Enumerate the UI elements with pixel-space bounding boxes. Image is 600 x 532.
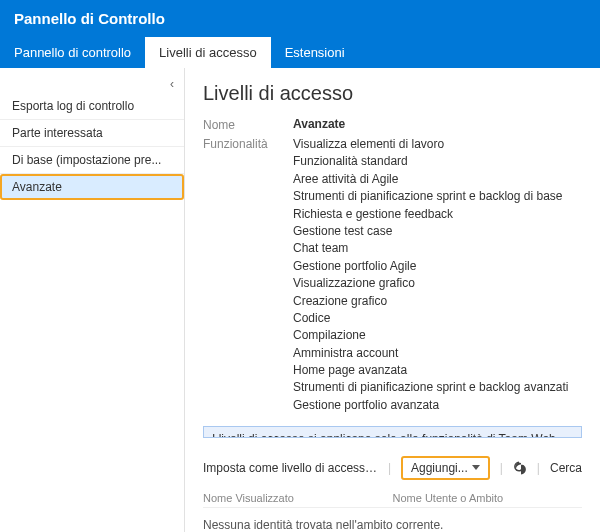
col-user-scope[interactable]: Nome Utente o Ambito (393, 492, 583, 504)
separator: | (537, 461, 540, 475)
name-value: Avanzate (293, 117, 582, 132)
feature-item: Codice (293, 310, 582, 327)
tab-access-levels[interactable]: Livelli di accesso (145, 37, 271, 68)
feature-item: Visualizza elementi di lavoro (293, 136, 582, 153)
collapse-sidebar-icon[interactable]: ‹ (0, 74, 184, 93)
name-label: Nome (203, 117, 293, 132)
sidebar-item-stakeholder[interactable]: Parte interessata (0, 120, 184, 147)
chevron-down-icon (472, 465, 480, 471)
feature-item: Amministra account (293, 345, 582, 362)
grid-header: Nome Visualizzato Nome Utente o Ambito (203, 492, 582, 508)
feature-item: Strumenti di pianificazione sprint e bac… (293, 188, 582, 205)
info-box: I livelli di accesso si applicano solo a… (203, 426, 582, 438)
feature-item: Strumenti di pianificazione sprint e bac… (293, 379, 582, 396)
add-button-label: Aggiungi... (411, 461, 468, 475)
page-heading: Livelli di accesso (203, 82, 582, 105)
feature-item: Aree attività di Agile (293, 171, 582, 188)
tab-bar: Pannello di controllo Livelli di accesso… (0, 37, 600, 68)
add-button[interactable]: Aggiungi... (401, 456, 490, 480)
col-displayed-name[interactable]: Nome Visualizzato (203, 492, 393, 504)
features-label: Funzionalità (203, 136, 293, 414)
feature-item: Funzionalità standard (293, 153, 582, 170)
feature-list: Visualizza elementi di lavoroFunzionalit… (293, 136, 582, 414)
feature-item: Gestione portfolio avanzata (293, 397, 582, 414)
grid-empty-message: Nessuna identità trovata nell'ambito cor… (203, 508, 582, 532)
feature-item: Home page avanzata (293, 362, 582, 379)
tab-extensions[interactable]: Estensioni (271, 37, 359, 68)
separator: | (500, 461, 503, 475)
sidebar-item-basic[interactable]: Di base (impostazione pre... (0, 147, 184, 174)
refresh-icon[interactable] (513, 461, 527, 475)
feature-item: Gestione portfolio Agile (293, 258, 582, 275)
sidebar: ‹ Esporta log di controllo Parte interes… (0, 68, 185, 532)
feature-item: Creazione grafico (293, 293, 582, 310)
feature-item: Visualizzazione grafico (293, 275, 582, 292)
sidebar-item-export-log[interactable]: Esporta log di controllo (0, 93, 184, 120)
separator: | (388, 461, 391, 475)
feature-item: Gestione test case (293, 223, 582, 240)
search-link[interactable]: Cerca (550, 461, 582, 475)
feature-item: Richiesta e gestione feedback (293, 206, 582, 223)
sidebar-item-advanced[interactable]: Avanzate (0, 174, 184, 200)
set-default-link[interactable]: Imposta come livello di accesso pre... (203, 461, 378, 475)
tab-control-panel[interactable]: Pannello di controllo (0, 37, 145, 68)
feature-item: Chat team (293, 240, 582, 257)
main-panel: Livelli di accesso Nome Avanzate Funzion… (185, 68, 600, 532)
app-title: Pannello di Controllo (0, 0, 600, 37)
feature-item: Compilazione (293, 327, 582, 344)
